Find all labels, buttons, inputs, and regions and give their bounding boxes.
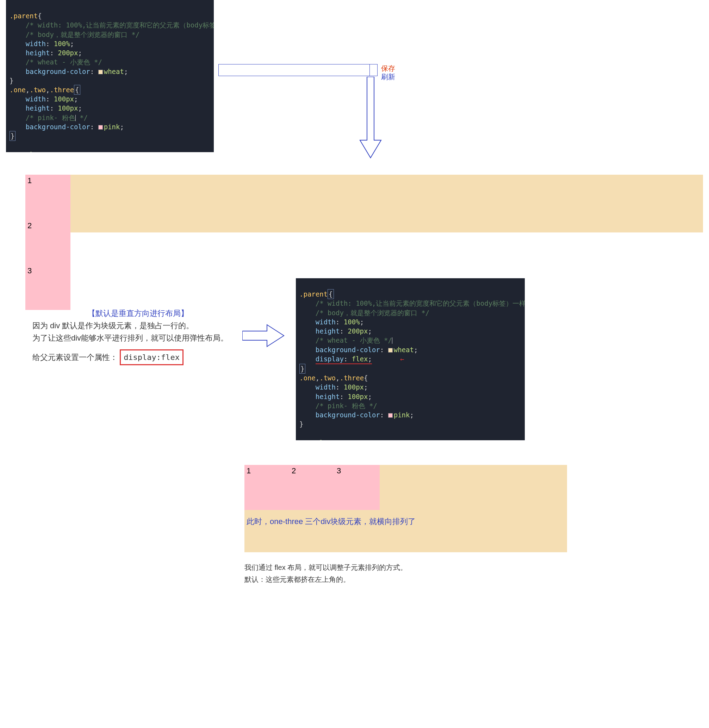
footnote-line1: 我们通过 flex 布局，就可以调整子元素排列的方式。: [244, 562, 407, 573]
arrow-right-icon: [242, 323, 284, 348]
note-line1: 因为 div 默认是作为块级元素，是独占一行的。: [32, 320, 244, 332]
render-preview-flex: 1 2 3 此时，one-three 三个div块级元素，就横向排列了: [244, 465, 567, 552]
annotation-note: 【默认是垂直方向进行布局】 因为 div 默认是作为块级元素，是独占一行的。 为…: [32, 307, 244, 365]
pink-box-3: 3: [25, 265, 70, 310]
flex-box-2: 2: [289, 465, 335, 510]
browser-bar-handle: [370, 64, 378, 76]
flex-box-1: 1: [244, 465, 289, 510]
pink-box-2-label: 2: [28, 221, 32, 230]
label-save: 保存: [381, 64, 395, 73]
pink-box-3-label: 3: [28, 266, 32, 275]
code-editor-2: .parent{ /* width: 100%,让当前元素的宽度和它的父元素（b…: [296, 278, 525, 440]
pink-box-2: 2: [25, 220, 70, 265]
flex-box-3: 3: [335, 465, 380, 510]
flex-box-3-label: 3: [337, 466, 341, 475]
code-editor-1: .parent{ /* width: 100%,让当前元素的宽度和它的父元素（b…: [6, 0, 214, 152]
render2-caption: 此时，one-three 三个div块级元素，就横向排列了: [244, 516, 567, 527]
browser-bar: [218, 64, 370, 76]
note-title: 【默认是垂直方向进行布局】: [88, 309, 188, 318]
render-preview-wheat: [25, 175, 703, 232]
footnote-line2: 默认：这些元素都挤在左上角的。: [244, 573, 407, 585]
display-flex-highlight: display:flex: [120, 349, 184, 365]
note-line2: 为了让这些div能够水平进行排列，就可以使用弹性布局。: [32, 332, 244, 344]
footnote: 我们通过 flex 布局，就可以调整子元素排列的方式。 默认：这些元素都挤在左上…: [244, 562, 407, 585]
pink-box-1: 1: [25, 175, 70, 220]
label-refresh: 刷新: [381, 73, 395, 81]
arrow-down-icon: [359, 77, 382, 159]
pink-box-1-label: 1: [28, 176, 32, 185]
note-line3-pre: 给父元素设置一个属性：: [32, 353, 118, 362]
flex-box-2-label: 2: [292, 466, 296, 475]
flex-box-1-label: 1: [247, 466, 251, 475]
